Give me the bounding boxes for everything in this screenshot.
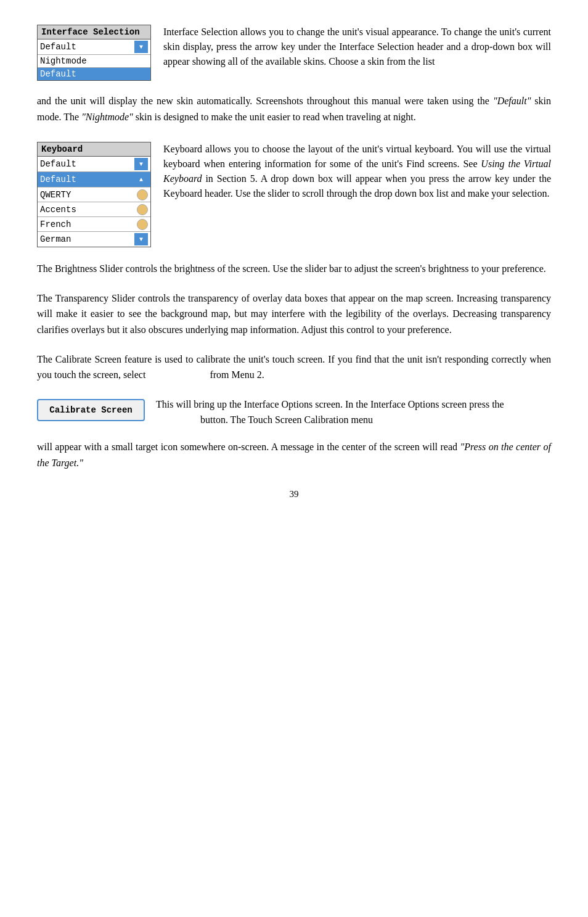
keyboard-description-text: Keyboard allows you to choose the layout… xyxy=(163,142,551,247)
keyboard-row-default1[interactable]: Default ▼ xyxy=(38,157,150,172)
keyboard-row-default1-text: Default xyxy=(40,159,134,169)
page-content: Interface Selection Default ▼ Nightmode … xyxy=(37,25,551,500)
interface-row-default-text: Default xyxy=(40,42,134,52)
keyboard-row-default2[interactable]: Default ▲ xyxy=(38,172,150,187)
dropdown-arrow-icon[interactable]: ▼ xyxy=(134,41,148,53)
keyboard-widget-header: Keyboard xyxy=(38,142,150,157)
interface-row-selected-text: Default xyxy=(40,69,148,79)
slider-circle-accents-icon[interactable] xyxy=(137,204,148,215)
keyboard-row-qwerty: QWERTY xyxy=(38,187,150,202)
calibrate-intro-paragraph: The Calibrate Screen feature is used to … xyxy=(37,352,551,383)
brightness-paragraph-text: The Brightness Slider controls the brigh… xyxy=(37,263,546,274)
interface-selection-section: Interface Selection Default ▼ Nightmode … xyxy=(37,25,551,81)
interface-row-nightmode: Nightmode xyxy=(38,55,150,68)
keyboard-row-default2-text: Default xyxy=(40,175,134,184)
keyboard-arrow-down-german-icon[interactable]: ▼ xyxy=(134,233,148,245)
keyboard-arrow-down-icon[interactable]: ▼ xyxy=(134,158,148,170)
slider-circle-icon[interactable] xyxy=(137,189,148,200)
transparency-paragraph: The Transparency Slider controls the tra… xyxy=(37,290,551,338)
transparency-paragraph-text: The Transparency Slider controls the tra… xyxy=(37,293,551,335)
interface-row-default[interactable]: Default ▼ xyxy=(38,39,150,55)
calibrate-screen-button[interactable]: Calibrate Screen xyxy=(37,399,145,421)
interface-description-text: Interface Selection allows you to change… xyxy=(163,25,551,81)
calibrate-description-text: This will bring up the Interface Options… xyxy=(156,397,551,428)
slider-circle-french-icon[interactable] xyxy=(137,219,148,230)
interface-row-nightmode-text: Nightmode xyxy=(40,56,148,66)
keyboard-row-accents: Accents xyxy=(38,202,150,217)
calibrate-section: Calibrate Screen This will bring up the … xyxy=(37,397,551,428)
keyboard-row-french: French xyxy=(38,217,150,232)
page-number: 39 xyxy=(37,489,551,500)
interface-row-selected[interactable]: Default xyxy=(38,68,150,80)
keyboard-row-german-text: German xyxy=(40,234,134,244)
keyboard-section: Keyboard Default ▼ Default ▲ QWERTY Acce… xyxy=(37,142,551,247)
interface-widget-header: Interface Selection xyxy=(38,25,150,39)
keyboard-row-qwerty-text: QWERTY xyxy=(40,190,137,200)
keyboard-row-french-text: French xyxy=(40,220,137,229)
interface-selection-widget: Interface Selection Default ▼ Nightmode … xyxy=(37,25,151,81)
interface-description-content: Interface Selection allows you to change… xyxy=(163,27,551,67)
keyboard-widget: Keyboard Default ▼ Default ▲ QWERTY Acce… xyxy=(37,142,151,247)
keyboard-row-accents-text: Accents xyxy=(40,205,137,215)
keyboard-row-german[interactable]: German ▼ xyxy=(38,232,150,247)
interface-paragraph-2: and the unit will display the new skin a… xyxy=(37,93,551,125)
brightness-paragraph: The Brightness Slider controls the brigh… xyxy=(37,261,551,277)
keyboard-arrow-up-icon[interactable]: ▲ xyxy=(134,173,148,186)
calibrate-final-paragraph: will appear with a small target icon som… xyxy=(37,439,551,471)
